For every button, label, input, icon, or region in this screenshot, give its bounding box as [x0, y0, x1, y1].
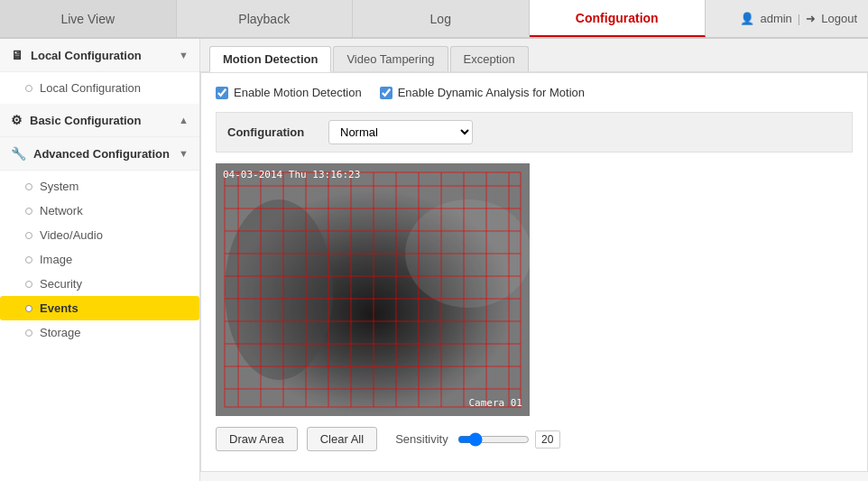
dot-icon — [25, 281, 32, 288]
sidebar-header-advanced[interactable]: 🔧 Advanced Configuration ▼ — [0, 137, 199, 171]
sidebar-item-storage[interactable]: Storage — [0, 320, 199, 345]
config-row: Configuration Normal — [216, 112, 853, 153]
sidebar-item-system-label: System — [40, 180, 78, 193]
sidebar-header-advanced-label: Advanced Configuration — [33, 147, 170, 161]
sidebar-item-system[interactable]: System — [0, 174, 199, 199]
separator: | — [798, 12, 800, 25]
sidebar: 🖥 Local Configuration ▼ Local Configurat… — [0, 39, 200, 481]
main-layout: 🖥 Local Configuration ▼ Local Configurat… — [0, 39, 868, 481]
sidebar-item-local-config-label: Local Configuration — [40, 81, 141, 95]
local-arrow-icon: ▼ — [179, 50, 189, 60]
content-area: Motion Detection Video Tampering Excepti… — [200, 39, 868, 481]
tab-log[interactable]: Log — [353, 0, 530, 37]
tab-configuration[interactable]: Configuration — [530, 0, 706, 37]
dot-icon — [25, 305, 32, 312]
sidebar-item-security[interactable]: Security — [0, 272, 199, 296]
dot-icon — [25, 183, 32, 190]
sidebar-item-events[interactable]: Events — [0, 296, 199, 320]
sensitivity-value: 20 — [535, 430, 560, 449]
dot-icon — [25, 85, 32, 92]
enable-motion-checkbox[interactable] — [216, 87, 228, 99]
checkboxes-row: Enable Motion Detection Enable Dynamic A… — [216, 86, 853, 99]
sub-tabs: Motion Detection Video Tampering Excepti… — [200, 39, 868, 72]
sidebar-item-network-label: Network — [40, 204, 83, 217]
slider-container: 20 — [457, 430, 560, 449]
svg-point-3 — [225, 199, 333, 380]
sidebar-item-security-label: Security — [40, 277, 82, 291]
enable-dynamic-checkbox[interactable] — [380, 87, 392, 99]
sidebar-header-basic[interactable]: ⚙ Basic Configuration ▲ — [0, 104, 199, 137]
sidebar-header-basic-label: Basic Configuration — [30, 114, 142, 127]
clear-all-button[interactable]: Clear All — [307, 427, 377, 451]
sidebar-item-video-audio[interactable]: Video/Audio — [0, 223, 199, 247]
local-config-icon: 🖥 — [11, 48, 23, 62]
enable-dynamic-text: Enable Dynamic Analysis for Motion — [398, 86, 585, 99]
enable-motion-text: Enable Motion Detection — [234, 86, 362, 99]
user-icon: 👤 — [740, 12, 754, 25]
basic-config-icon: ⚙ — [11, 113, 23, 127]
sub-tab-exception[interactable]: Exception — [450, 46, 529, 71]
sidebar-item-storage-label: Storage — [40, 326, 81, 339]
camera-svg — [216, 163, 530, 416]
sidebar-item-image[interactable]: Image — [0, 247, 199, 272]
sub-tab-video-tampering[interactable]: Video Tampering — [333, 46, 448, 71]
sidebar-item-local-config[interactable]: Local Configuration — [0, 76, 199, 100]
content-panel: Enable Motion Detection Enable Dynamic A… — [200, 72, 868, 472]
config-select[interactable]: Normal — [328, 120, 473, 144]
username: admin — [760, 12, 791, 25]
logout-button[interactable]: Logout — [821, 12, 857, 25]
sensitivity-label: Sensitivity — [395, 432, 448, 446]
dot-icon — [25, 256, 32, 264]
sidebar-section-advanced: 🔧 Advanced Configuration ▼ System Networ… — [0, 137, 199, 348]
draw-area-button[interactable]: Draw Area — [216, 427, 298, 451]
advanced-arrow-icon: ▼ — [179, 148, 189, 159]
camera-view: 04-03-2014 Thu 13:16:23 Camera 01 — [216, 163, 530, 416]
advanced-config-icon: 🔧 — [11, 146, 26, 161]
sidebar-header-local-label: Local Configuration — [31, 49, 142, 62]
top-navigation: Live View Playback Log Configuration 👤 a… — [0, 0, 868, 39]
sidebar-item-network[interactable]: Network — [0, 199, 199, 223]
dot-icon — [25, 329, 32, 337]
enable-motion-label[interactable]: Enable Motion Detection — [216, 86, 362, 99]
sidebar-item-image-label: Image — [40, 253, 72, 266]
camera-id: Camera 01 — [468, 397, 522, 409]
tab-playback[interactable]: Playback — [177, 0, 354, 37]
sidebar-items-advanced: System Network Video/Audio Image Securit… — [0, 171, 199, 348]
basic-arrow-icon: ▲ — [179, 115, 189, 125]
tab-live-view[interactable]: Live View — [0, 0, 177, 37]
sidebar-header-local[interactable]: 🖥 Local Configuration ▼ — [0, 39, 199, 72]
dot-icon — [25, 232, 32, 239]
config-label: Configuration — [227, 125, 318, 139]
bottom-controls: Draw Area Clear All Sensitivity 20 — [216, 427, 853, 458]
logout-icon: ➜ — [806, 12, 816, 25]
dot-icon — [25, 208, 32, 215]
sidebar-item-video-audio-label: Video/Audio — [40, 228, 103, 242]
sidebar-items-local: Local Configuration — [0, 72, 199, 104]
nav-right: 👤 admin | ➜ Logout — [706, 0, 868, 37]
sidebar-section-local: 🖥 Local Configuration ▼ Local Configurat… — [0, 39, 199, 104]
sidebar-section-basic: ⚙ Basic Configuration ▲ — [0, 104, 199, 137]
sensitivity-slider[interactable] — [457, 432, 530, 447]
sub-tab-motion-detection[interactable]: Motion Detection — [209, 46, 331, 72]
camera-timestamp: 04-03-2014 Thu 13:16:23 — [223, 169, 360, 180]
sidebar-item-events-label: Events — [40, 301, 78, 315]
enable-dynamic-label[interactable]: Enable Dynamic Analysis for Motion — [380, 86, 585, 99]
